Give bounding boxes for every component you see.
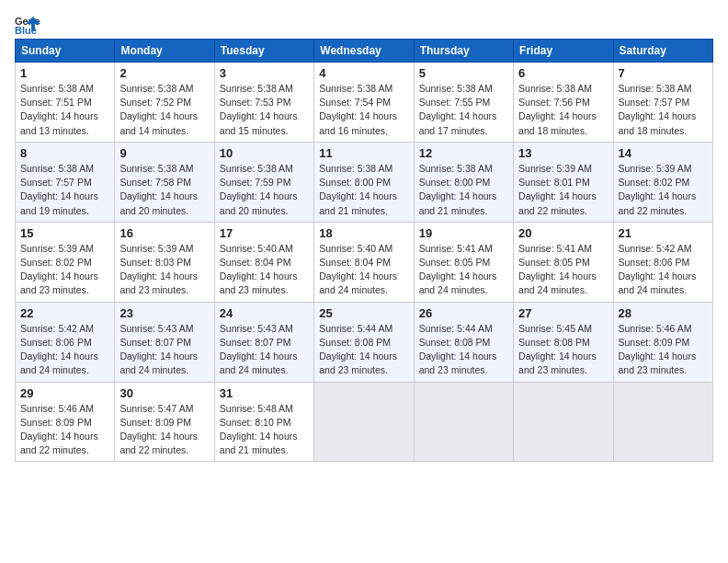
day-number: 28	[619, 306, 708, 320]
calendar-week-row: 1Sunrise: 5:38 AMSunset: 7:51 PMDaylight…	[16, 63, 713, 143]
day-info: Sunrise: 5:40 AMSunset: 8:04 PMDaylight:…	[319, 242, 408, 298]
day-info: Sunrise: 5:39 AMSunset: 8:03 PMDaylight:…	[119, 242, 209, 298]
calendar-cell: 10Sunrise: 5:38 AMSunset: 7:59 PMDayligh…	[214, 142, 313, 222]
day-number: 4	[319, 66, 408, 80]
calendar-cell: 12Sunrise: 5:38 AMSunset: 8:00 PMDayligh…	[414, 142, 513, 222]
day-info: Sunrise: 5:38 AMSunset: 7:58 PMDaylight:…	[119, 162, 209, 218]
calendar-cell: 4Sunrise: 5:38 AMSunset: 7:54 PMDaylight…	[314, 63, 414, 143]
calendar-cell: 17Sunrise: 5:40 AMSunset: 8:04 PMDayligh…	[214, 222, 313, 302]
calendar-cell	[314, 382, 414, 462]
day-number: 24	[220, 306, 309, 320]
calendar-cell: 27Sunrise: 5:45 AMSunset: 8:08 PMDayligh…	[514, 302, 613, 382]
calendar-cell: 21Sunrise: 5:42 AMSunset: 8:06 PMDayligh…	[613, 222, 712, 302]
day-info: Sunrise: 5:38 AMSunset: 7:56 PMDaylight:…	[518, 82, 608, 138]
day-number: 2	[119, 66, 209, 80]
calendar-week-row: 29Sunrise: 5:46 AMSunset: 8:09 PMDayligh…	[16, 382, 713, 462]
day-info: Sunrise: 5:38 AMSunset: 8:00 PMDaylight:…	[319, 162, 408, 218]
day-number: 11	[319, 146, 408, 160]
day-info: Sunrise: 5:38 AMSunset: 7:51 PMDaylight:…	[20, 82, 109, 138]
calendar-cell: 6Sunrise: 5:38 AMSunset: 7:56 PMDaylight…	[514, 63, 613, 143]
calendar-week-row: 22Sunrise: 5:42 AMSunset: 8:06 PMDayligh…	[16, 302, 713, 382]
day-header-saturday: Saturday	[613, 40, 712, 63]
calendar-cell: 13Sunrise: 5:39 AMSunset: 8:01 PMDayligh…	[514, 142, 613, 222]
day-number: 7	[619, 66, 708, 80]
calendar-cell: 1Sunrise: 5:38 AMSunset: 7:51 PMDaylight…	[16, 63, 115, 143]
calendar-cell	[414, 382, 513, 462]
day-number: 30	[119, 386, 209, 400]
calendar-cell: 30Sunrise: 5:47 AMSunset: 8:09 PMDayligh…	[115, 382, 214, 462]
day-info: Sunrise: 5:44 AMSunset: 8:08 PMDaylight:…	[419, 322, 508, 378]
day-info: Sunrise: 5:42 AMSunset: 8:06 PMDaylight:…	[619, 242, 708, 298]
calendar-cell: 11Sunrise: 5:38 AMSunset: 8:00 PMDayligh…	[314, 142, 414, 222]
day-number: 26	[419, 306, 508, 320]
day-number: 25	[319, 306, 408, 320]
day-number: 14	[619, 146, 708, 160]
day-info: Sunrise: 5:38 AMSunset: 7:59 PMDaylight:…	[220, 162, 309, 218]
day-info: Sunrise: 5:38 AMSunset: 7:52 PMDaylight:…	[119, 82, 209, 138]
day-number: 22	[20, 306, 109, 320]
day-info: Sunrise: 5:48 AMSunset: 8:10 PMDaylight:…	[220, 402, 309, 458]
calendar-cell: 3Sunrise: 5:38 AMSunset: 7:53 PMDaylight…	[214, 63, 313, 143]
day-number: 16	[119, 226, 209, 240]
day-number: 5	[419, 66, 508, 80]
day-header-tuesday: Tuesday	[214, 40, 313, 63]
day-info: Sunrise: 5:38 AMSunset: 7:57 PMDaylight:…	[20, 162, 109, 218]
day-info: Sunrise: 5:39 AMSunset: 8:02 PMDaylight:…	[619, 162, 708, 218]
day-number: 20	[518, 226, 608, 240]
calendar-cell: 22Sunrise: 5:42 AMSunset: 8:06 PMDayligh…	[16, 302, 115, 382]
calendar-cell: 25Sunrise: 5:44 AMSunset: 8:08 PMDayligh…	[314, 302, 414, 382]
calendar-cell: 18Sunrise: 5:40 AMSunset: 8:04 PMDayligh…	[314, 222, 414, 302]
day-number: 31	[220, 386, 309, 400]
day-number: 3	[220, 66, 309, 80]
day-info: Sunrise: 5:46 AMSunset: 8:09 PMDaylight:…	[619, 322, 708, 378]
calendar-cell: 24Sunrise: 5:43 AMSunset: 8:07 PMDayligh…	[214, 302, 313, 382]
calendar-cell: 23Sunrise: 5:43 AMSunset: 8:07 PMDayligh…	[115, 302, 214, 382]
day-info: Sunrise: 5:38 AMSunset: 7:55 PMDaylight:…	[419, 82, 508, 138]
day-header-monday: Monday	[115, 40, 214, 63]
day-info: Sunrise: 5:46 AMSunset: 8:09 PMDaylight:…	[20, 402, 109, 458]
day-info: Sunrise: 5:39 AMSunset: 8:01 PMDaylight:…	[518, 162, 608, 218]
calendar-cell	[514, 382, 613, 462]
calendar-header-row: SundayMondayTuesdayWednesdayThursdayFrid…	[16, 40, 713, 63]
calendar-cell: 28Sunrise: 5:46 AMSunset: 8:09 PMDayligh…	[613, 302, 712, 382]
day-number: 29	[20, 386, 109, 400]
day-number: 18	[319, 226, 408, 240]
day-number: 10	[220, 146, 309, 160]
day-info: Sunrise: 5:43 AMSunset: 8:07 PMDaylight:…	[119, 322, 209, 378]
calendar-cell: 7Sunrise: 5:38 AMSunset: 7:57 PMDaylight…	[613, 63, 712, 143]
day-number: 12	[419, 146, 508, 160]
day-number: 8	[20, 146, 109, 160]
day-info: Sunrise: 5:41 AMSunset: 8:05 PMDaylight:…	[518, 242, 608, 298]
day-header-thursday: Thursday	[414, 40, 513, 63]
day-number: 23	[119, 306, 209, 320]
logo-icon: General Blue	[15, 15, 40, 35]
day-info: Sunrise: 5:38 AMSunset: 7:57 PMDaylight:…	[619, 82, 708, 138]
calendar-table: SundayMondayTuesdayWednesdayThursdayFrid…	[15, 39, 713, 462]
calendar-cell: 14Sunrise: 5:39 AMSunset: 8:02 PMDayligh…	[613, 142, 712, 222]
calendar-cell: 19Sunrise: 5:41 AMSunset: 8:05 PMDayligh…	[414, 222, 513, 302]
calendar-cell: 26Sunrise: 5:44 AMSunset: 8:08 PMDayligh…	[414, 302, 513, 382]
calendar-cell: 2Sunrise: 5:38 AMSunset: 7:52 PMDaylight…	[115, 63, 214, 143]
day-number: 21	[619, 226, 708, 240]
calendar-cell: 20Sunrise: 5:41 AMSunset: 8:05 PMDayligh…	[514, 222, 613, 302]
day-info: Sunrise: 5:42 AMSunset: 8:06 PMDaylight:…	[20, 322, 109, 378]
day-number: 13	[518, 146, 608, 160]
logo: General Blue	[15, 15, 40, 35]
calendar-cell: 16Sunrise: 5:39 AMSunset: 8:03 PMDayligh…	[115, 222, 214, 302]
day-header-friday: Friday	[514, 40, 613, 63]
day-number: 15	[20, 226, 109, 240]
day-number: 9	[119, 146, 209, 160]
day-info: Sunrise: 5:44 AMSunset: 8:08 PMDaylight:…	[319, 322, 408, 378]
day-info: Sunrise: 5:43 AMSunset: 8:07 PMDaylight:…	[220, 322, 309, 378]
day-info: Sunrise: 5:38 AMSunset: 7:54 PMDaylight:…	[319, 82, 408, 138]
calendar-week-row: 8Sunrise: 5:38 AMSunset: 7:57 PMDaylight…	[16, 142, 713, 222]
calendar-cell	[613, 382, 712, 462]
day-number: 1	[20, 66, 109, 80]
calendar-cell: 9Sunrise: 5:38 AMSunset: 7:58 PMDaylight…	[115, 142, 214, 222]
day-info: Sunrise: 5:38 AMSunset: 8:00 PMDaylight:…	[419, 162, 508, 218]
day-info: Sunrise: 5:40 AMSunset: 8:04 PMDaylight:…	[220, 242, 309, 298]
day-number: 19	[419, 226, 508, 240]
day-info: Sunrise: 5:47 AMSunset: 8:09 PMDaylight:…	[119, 402, 209, 458]
calendar-cell: 29Sunrise: 5:46 AMSunset: 8:09 PMDayligh…	[16, 382, 115, 462]
day-number: 17	[220, 226, 309, 240]
